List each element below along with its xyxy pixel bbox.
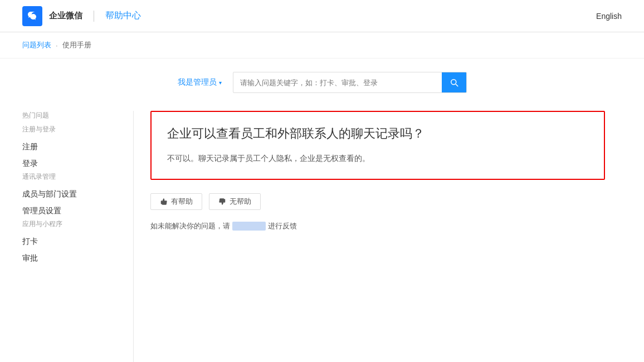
contact-row: 如未能解决你的问题，请 进行反馈 (150, 221, 605, 231)
sidebar-item-approval[interactable]: 审批 (22, 250, 122, 267)
chevron-down-icon: ▾ (219, 80, 222, 86)
sidebar-item-login[interactable]: 登录 (22, 155, 122, 172)
logo-text: 企业微信 (49, 11, 82, 21)
sidebar-item-members[interactable]: 成员与部门设置 (22, 186, 122, 203)
search-button[interactable] (442, 72, 466, 92)
not-helpful-label: 无帮助 (230, 197, 251, 207)
sidebar-section-register-login: 注册与登录 注册 登录 (22, 125, 122, 172)
search-input[interactable] (233, 74, 442, 91)
sidebar-section-apps: 应用与小程序 打卡 审批 (22, 219, 122, 267)
language-switcher[interactable]: English (596, 12, 622, 21)
sidebar-item-admin[interactable]: 管理员设置 (22, 203, 122, 219)
breadcrumb-separator: · (56, 41, 58, 50)
role-label: 我是管理员 (178, 77, 217, 87)
article-box: 企业可以查看员工和外部联系人的聊天记录吗？ 不可以。聊天记录属于员工个人隐私，企… (150, 111, 605, 180)
breadcrumb-current: 使用手册 (62, 40, 91, 50)
main-content: 企业可以查看员工和外部联系人的聊天记录吗？ 不可以。聊天记录属于员工个人隐私，企… (134, 111, 622, 362)
contact-suffix: 进行反馈 (268, 221, 297, 231)
search-area: 我是管理员 ▾ (0, 58, 644, 102)
sidebar-section-title-register: 注册与登录 (22, 125, 122, 134)
sidebar-item-checkin[interactable]: 打卡 (22, 233, 122, 250)
sidebar-section-contacts: 通讯录管理 成员与部门设置 管理员设置 (22, 172, 122, 219)
role-selector[interactable]: 我是管理员 ▾ (178, 77, 222, 87)
thumbs-down-icon (218, 198, 226, 206)
article-body: 不可以。聊天记录属于员工个人隐私，企业是无权查看的。 (167, 151, 588, 165)
sidebar-section-title-contacts: 通讯录管理 (22, 172, 122, 182)
breadcrumb: 问题列表 · 使用手册 (0, 32, 644, 58)
article-title: 企业可以查看员工和外部联系人的聊天记录吗？ (167, 125, 588, 143)
header-title[interactable]: 帮助中心 (105, 10, 141, 22)
helpful-label: 有帮助 (171, 197, 193, 207)
feedback-row: 有帮助 无帮助 (150, 193, 605, 210)
sidebar-section-title-apps: 应用与小程序 (22, 219, 122, 229)
contact-prefix: 如未能解决你的问题，请 (150, 221, 230, 231)
search-icon (449, 77, 459, 87)
sidebar-item-register[interactable]: 注册 (22, 139, 122, 155)
wecom-logo-svg (26, 9, 39, 23)
sidebar: 热门问题 注册与登录 注册 登录 通讯录管理 成员与部门设置 管理员设置 应用与… (22, 111, 134, 362)
page-header: 企业微信 帮助中心 English (0, 0, 644, 32)
header-divider (94, 11, 94, 22)
sidebar-section-hot-questions: 热门问题 (22, 111, 122, 120)
search-box (233, 72, 467, 93)
sidebar-section-title-hot: 热门问题 (22, 111, 122, 120)
thumbs-up-icon (160, 198, 168, 206)
breadcrumb-home[interactable]: 问题列表 (22, 40, 51, 50)
not-helpful-button[interactable]: 无帮助 (209, 193, 261, 210)
header-left: 企业微信 帮助中心 (22, 6, 141, 26)
contact-link-placeholder[interactable] (232, 222, 266, 231)
logo-icon (22, 6, 42, 26)
helpful-button[interactable]: 有帮助 (150, 193, 202, 210)
main-layout: 热门问题 注册与登录 注册 登录 通讯录管理 成员与部门设置 管理员设置 应用与… (0, 102, 644, 362)
